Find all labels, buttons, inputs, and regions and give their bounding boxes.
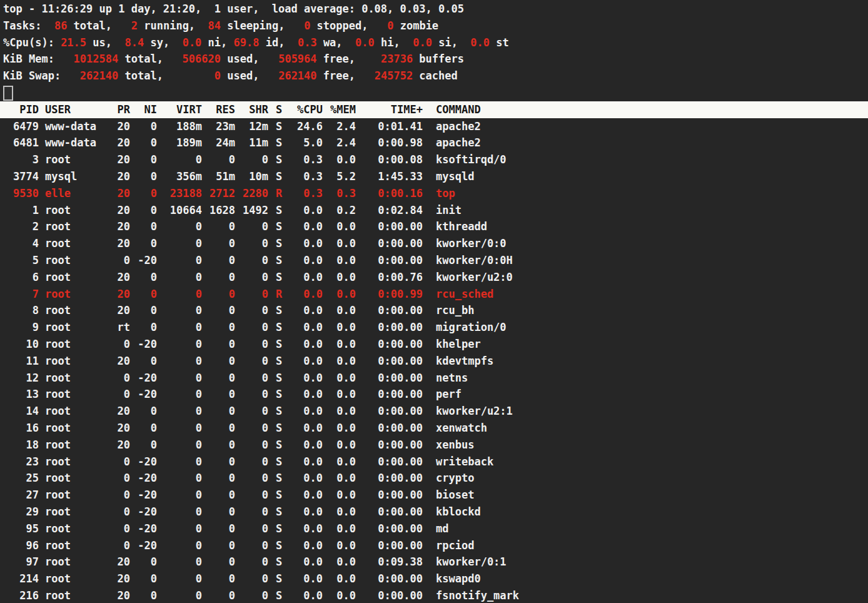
cell-virt: 0 <box>157 487 202 504</box>
cell-res: 51m <box>202 168 235 185</box>
cell-shr: 0 <box>235 235 268 252</box>
cell-mem: 0.3 <box>323 185 356 202</box>
cell-ni: 0 <box>130 437 157 454</box>
cell-mem: 2.4 <box>323 134 356 151</box>
cell-pr: 20 <box>101 118 130 135</box>
cell-mem: 0.0 <box>323 437 356 454</box>
cell-mem: 0.0 <box>323 454 356 470</box>
cell-res: 0 <box>202 487 235 504</box>
cell-command: kworker/0:1 <box>423 554 868 570</box>
cell-time: 0:00.00 <box>356 370 423 387</box>
cell-command: rcu_sched <box>423 286 868 303</box>
cell-cpu: 5.0 <box>283 134 323 151</box>
cell-time: 0:00.16 <box>356 185 423 202</box>
summary-segment: 86 <box>54 19 67 32</box>
cell-mem: 0.0 <box>323 319 356 336</box>
terminal-window[interactable]: top - 11:26:29 up 1 day, 21:20, 1 user, … <box>0 0 868 603</box>
cell-user: root <box>39 386 101 403</box>
cell-ni: 0 <box>130 218 157 235</box>
summary-segment: 0.0 <box>470 36 490 49</box>
cell-virt: 0 <box>157 537 202 554</box>
cell-cpu: 0.3 <box>283 151 323 168</box>
cell-s: S <box>268 252 283 269</box>
cell-pr: 20 <box>101 554 130 570</box>
process-row: 12root0-20000S0.00.00:00.00netns <box>0 370 868 387</box>
summary-segment: KiB Mem: <box>3 53 74 65</box>
cell-shr: 0 <box>235 437 268 454</box>
cell-cpu: 0.0 <box>283 554 323 570</box>
summary-segment: us, <box>86 36 124 49</box>
process-row: 96root0-20000S0.00.00:00.00rpciod <box>0 537 868 554</box>
cell-command: xenbus <box>423 437 868 454</box>
cell-res: 0 <box>202 235 235 252</box>
summary-segment: 505964 <box>278 53 316 65</box>
cursor-line <box>0 84 868 101</box>
cell-pr: 20 <box>101 302 130 319</box>
cell-shr: 0 <box>235 319 268 336</box>
cell-user: www-data <box>39 134 101 151</box>
cell-s: S <box>268 587 283 603</box>
cell-ni: 0 <box>130 286 157 303</box>
cell-virt: 0 <box>157 286 202 303</box>
cell-ni: 0 <box>130 554 157 570</box>
cell-shr: 0 <box>235 386 268 403</box>
cell-pr: 0 <box>101 520 130 537</box>
cell-cpu: 0.0 <box>283 437 323 454</box>
cell-ni: 0 <box>130 118 157 135</box>
cell-res: 0 <box>202 504 235 520</box>
cell-virt: 0 <box>157 554 202 570</box>
summary-segment: 8.4 <box>125 36 144 49</box>
cell-mem: 0.0 <box>323 487 356 504</box>
cell-cpu: 24.6 <box>283 118 323 135</box>
cell-res: 0 <box>202 336 235 353</box>
cell-s: R <box>268 286 283 303</box>
cell-mem: 0.0 <box>323 370 356 387</box>
cell-mem: 0.0 <box>323 537 356 554</box>
cell-cpu: 0.3 <box>283 185 323 202</box>
cell-s: S <box>268 420 283 437</box>
cell-s: S <box>268 302 283 319</box>
cell-res: 0 <box>202 302 235 319</box>
cell-user: root <box>39 470 101 487</box>
cell-time: 0:00.00 <box>356 470 423 487</box>
cell-command: init <box>423 202 868 219</box>
cell-command: xenwatch <box>423 420 868 437</box>
cell-time: 0:00.00 <box>356 537 423 554</box>
cell-time: 0:02.84 <box>356 202 423 219</box>
cell-pr: 0 <box>101 336 130 353</box>
summary-segment: 0.0 <box>355 36 375 49</box>
cell-command: kthreadd <box>423 218 868 235</box>
cell-cpu: 0.0 <box>283 286 323 303</box>
cell-pid: 16 <box>3 420 39 437</box>
cell-command: khelper <box>423 336 868 353</box>
cell-res: 0 <box>202 537 235 554</box>
cell-ni: -20 <box>130 537 157 554</box>
process-row: 8root200000S0.00.00:00.00rcu_bh <box>0 302 868 319</box>
cell-ni: -20 <box>130 252 157 269</box>
cell-virt: 0 <box>157 269 202 286</box>
cell-s: S <box>268 319 283 336</box>
cell-user: root <box>39 403 101 420</box>
cell-res: 24m <box>202 134 235 151</box>
process-row: 29root0-20000S0.00.00:00.00kblockd <box>0 504 868 520</box>
cell-ni: -20 <box>130 386 157 403</box>
cell-ni: 0 <box>130 420 157 437</box>
process-table-body: 6479www-data200188m23m12mS24.62.40:01.41… <box>0 118 868 603</box>
cell-time: 1:45.33 <box>356 168 423 185</box>
cell-ni: 0 <box>130 570 157 587</box>
cell-cpu: 0.0 <box>283 336 323 353</box>
cell-pr: rt <box>101 319 130 336</box>
cell-pid: 25 <box>3 470 39 487</box>
cell-virt: 10664 <box>157 202 202 219</box>
cell-shr: 0 <box>235 504 268 520</box>
cell-time: 0:00.00 <box>356 386 423 403</box>
cell-virt: 0 <box>157 570 202 587</box>
cell-res: 0 <box>202 353 235 370</box>
cell-mem: 0.0 <box>323 218 356 235</box>
cell-virt: 0 <box>157 252 202 269</box>
process-row: 4root200000S0.00.00:00.00kworker/0:0 <box>0 235 868 252</box>
summary-segment: running, <box>138 19 208 32</box>
cell-command: kworker/0:0 <box>423 235 868 252</box>
cell-s: S <box>268 487 283 504</box>
cell-s: S <box>268 235 283 252</box>
